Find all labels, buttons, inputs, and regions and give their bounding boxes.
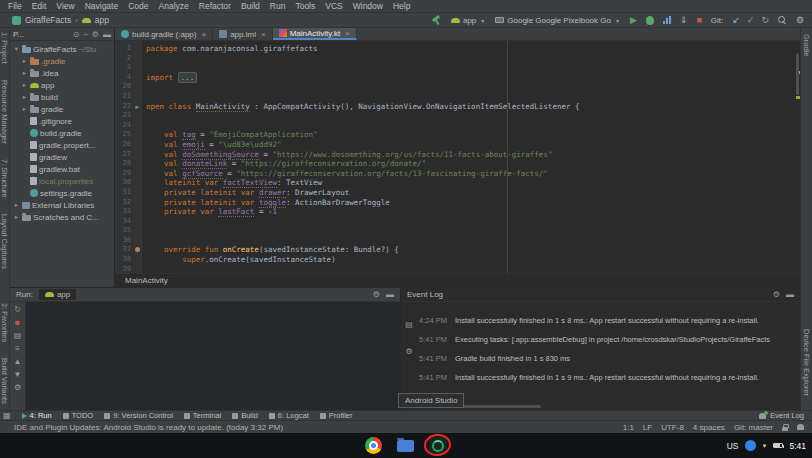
- editor-tab-mainactivity-kt[interactable]: MainActivity.kt×: [273, 28, 357, 40]
- tray-status-icon[interactable]: [745, 440, 756, 451]
- settings-icon[interactable]: ⚙: [773, 290, 780, 299]
- menu-build[interactable]: Build: [236, 0, 265, 13]
- status-message[interactable]: IDE and Plugin Updates: Android Studio i…: [14, 423, 283, 432]
- breadcrumb-project[interactable]: GiraffeFacts: [25, 15, 71, 25]
- tree-item-gitignore[interactable]: .gitignore: [10, 115, 114, 127]
- menu-code[interactable]: Code: [123, 0, 153, 13]
- tool-tab-todo[interactable]: TODO: [63, 411, 94, 420]
- tree-item-gradlew-bat[interactable]: gradlew.bat: [10, 163, 114, 175]
- system-tray[interactable]: US ▼ 5:41: [727, 433, 806, 458]
- attach-debugger-button[interactable]: ⇓: [680, 16, 688, 25]
- notifications-bell-icon[interactable]: [797, 424, 804, 430]
- tree-item-giraffefacts[interactable]: ▾GiraffeFacts ~/Stu: [10, 43, 114, 55]
- tool-tab-9-version-control[interactable]: 9: Version Control: [104, 411, 173, 420]
- status-utf-8[interactable]: UTF-8: [661, 423, 684, 432]
- tree-item-external-libraries[interactable]: ▸External Libraries: [10, 199, 114, 211]
- menu-file[interactable]: File: [3, 0, 27, 13]
- up-icon[interactable]: ▲: [14, 358, 22, 366]
- note-icon[interactable]: ▤: [405, 320, 413, 329]
- tree-item-build-gradle[interactable]: build.gradle: [10, 127, 114, 139]
- keyboard-layout-indicator[interactable]: US: [727, 441, 739, 451]
- breadcrumb-module[interactable]: app: [95, 15, 109, 25]
- tool-window-button-device-file-explorer[interactable]: Device File Explorer: [802, 329, 811, 396]
- tool-window-button-7-structure[interactable]: 7: Structure: [0, 159, 9, 198]
- tool-window-button-resource-manager[interactable]: Resource Manager: [0, 80, 9, 144]
- stop-button[interactable]: ■: [696, 16, 701, 25]
- settings-icon[interactable]: ⚙: [92, 30, 99, 39]
- event-log-toggle[interactable]: Event Log: [759, 411, 804, 420]
- git-revert-icon[interactable]: ↻: [761, 16, 769, 25]
- tree-item-idea[interactable]: ▸.idea: [10, 67, 114, 79]
- menu-edit[interactable]: Edit: [27, 0, 52, 13]
- run-configuration-select[interactable]: app ▾: [451, 16, 486, 25]
- tree-item-gradlew[interactable]: gradlew: [10, 151, 114, 163]
- editor-tab-app-iml[interactable]: app.iml×: [213, 28, 272, 40]
- settings2-icon[interactable]: ⚙: [14, 384, 21, 392]
- settings-icon[interactable]: ⚙: [373, 290, 380, 299]
- code-editor[interactable]: 1package com.naranjaconsal.giraffefacts2…: [115, 41, 800, 273]
- tool-window-switcher-icon[interactable]: ▦: [3, 411, 11, 420]
- hide-icon[interactable]: ▬: [103, 30, 111, 39]
- close-icon[interactable]: ×: [201, 30, 206, 39]
- git-update-icon[interactable]: ↙: [732, 16, 740, 25]
- status-4-spaces[interactable]: 4 spaces: [693, 423, 725, 432]
- list-icon[interactable]: ≡: [15, 345, 20, 353]
- run-console[interactable]: [26, 302, 400, 410]
- down-icon[interactable]: ▼: [14, 371, 22, 379]
- status-1-1[interactable]: 1:1: [623, 423, 634, 432]
- settings-gear-icon[interactable]: ⚙: [796, 16, 804, 25]
- menu-view[interactable]: View: [51, 0, 79, 13]
- menu-tools[interactable]: Tools: [290, 0, 320, 13]
- menu-analyze[interactable]: Analyze: [154, 0, 194, 13]
- build-hammer-icon[interactable]: [431, 15, 442, 26]
- git-commit-icon[interactable]: ✓: [747, 16, 755, 25]
- run-gutter-icon[interactable]: ▶: [133, 102, 142, 112]
- soft-icon[interactable]: ▤: [14, 332, 22, 340]
- hide-icon[interactable]: ▬: [786, 290, 794, 299]
- tree-item-scratches-and-c[interactable]: ▸Scratches and C...: [10, 211, 114, 223]
- collapse-icon[interactable]: ÷: [83, 30, 87, 39]
- chrome-icon[interactable]: [365, 437, 382, 454]
- close-icon[interactable]: ×: [345, 29, 350, 38]
- tool-tab-terminal[interactable]: Terminal: [184, 411, 221, 420]
- tree-item-gradle-propert[interactable]: gradle.propert...: [10, 139, 114, 151]
- debug-button[interactable]: [646, 16, 654, 25]
- hide-icon[interactable]: ▬: [386, 290, 394, 299]
- tree-item-gradle[interactable]: ▸gradle: [10, 103, 114, 115]
- tool-tab-profiler[interactable]: Profiler: [320, 411, 353, 420]
- project-panel-title[interactable]: P...: [13, 30, 24, 39]
- run-tab-app[interactable]: app: [39, 289, 76, 300]
- rerun-icon[interactable]: ↻: [14, 306, 21, 314]
- profile-button[interactable]: [663, 16, 671, 24]
- editor-tab-build-gradle-app[interactable]: build.gradle (:app)×: [115, 28, 213, 40]
- device-select[interactable]: Google Google Pixelbook Go ▾: [495, 16, 621, 25]
- menu-window[interactable]: Window: [348, 0, 388, 13]
- tool-window-button-2-favorites[interactable]: 2: Favorites: [0, 303, 9, 342]
- wrench-icon[interactable]: ⚙: [405, 347, 412, 356]
- menu-help[interactable]: Help: [388, 0, 415, 13]
- run-button[interactable]: ▶: [630, 16, 637, 25]
- tree-item-gradle[interactable]: ▸.gradle: [10, 55, 114, 67]
- status-lf[interactable]: LF: [643, 423, 652, 432]
- tool-window-button-1-project[interactable]: 1: Project: [0, 32, 9, 64]
- editor-breadcrumb[interactable]: MainActivity: [115, 273, 800, 287]
- tree-item-build[interactable]: ▸build: [10, 91, 114, 103]
- menu-vcs[interactable]: VCS: [320, 0, 347, 13]
- close-icon[interactable]: ×: [261, 30, 266, 39]
- files-icon[interactable]: [397, 440, 414, 452]
- tree-item-app[interactable]: ▸app: [10, 79, 114, 91]
- tool-tab-4-run[interactable]: 4: Run: [22, 411, 52, 420]
- tree-item-settings-gradle[interactable]: settings.gradle: [10, 187, 114, 199]
- editor-scrollbar[interactable]: [796, 53, 799, 95]
- tool-window-button-gradle[interactable]: Gradle: [802, 34, 811, 57]
- status-git-master[interactable]: Git: master: [734, 423, 773, 432]
- tool-window-button-layout-captures[interactable]: Layout Captures: [0, 214, 9, 269]
- menu-run[interactable]: Run: [265, 0, 291, 13]
- search-icon[interactable]: [778, 16, 787, 25]
- tree-item-local-properties[interactable]: local.properties: [10, 175, 114, 187]
- breadcrumb-class[interactable]: MainActivity: [125, 276, 168, 285]
- stop-icon[interactable]: ■: [15, 319, 20, 327]
- tool-tab-6-logcat[interactable]: 6: Logcat: [269, 411, 309, 420]
- tool-window-button-build-variants[interactable]: Build Variants: [0, 358, 9, 404]
- menu-navigate[interactable]: Navigate: [80, 0, 124, 13]
